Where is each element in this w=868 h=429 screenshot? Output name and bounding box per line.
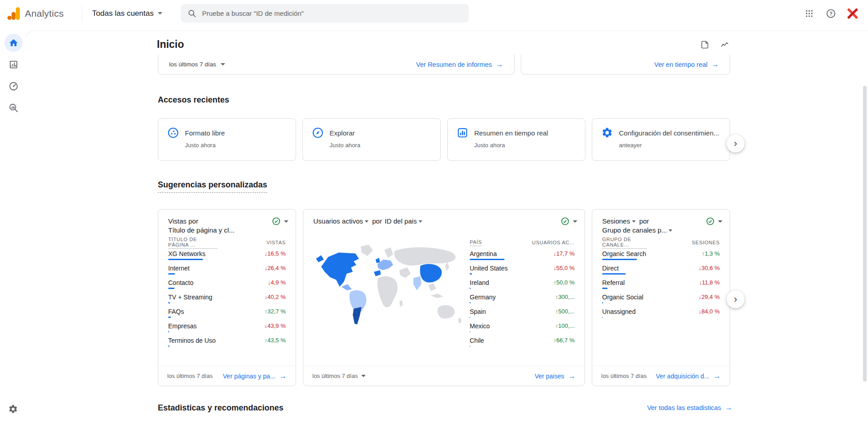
recent-card-label: Explorar: [330, 129, 355, 137]
search-input[interactable]: [202, 9, 462, 17]
metric-selector[interactable]: Sesiones: [602, 217, 630, 225]
card-status-menu[interactable]: [272, 217, 288, 226]
vertical-scrollbar[interactable]: [863, 86, 867, 382]
row-delta: ↓17,7 %: [541, 250, 575, 257]
chevron-down-icon: [365, 220, 368, 223]
card-title[interactable]: Vistas por Título de página y cl...: [168, 217, 235, 235]
table-row: Chile↑66,7 %: [470, 335, 575, 350]
row-label: Mexico: [470, 322, 514, 330]
card-title[interactable]: Usuarios activos por ID del pais: [313, 217, 423, 226]
row-delta: ↑100,...: [541, 322, 575, 329]
sidebar-item-reports[interactable]: [5, 56, 23, 74]
check-circle-icon: [706, 217, 715, 226]
dimension-selector[interactable]: ID del pais: [385, 217, 417, 225]
sidebar-item-explore[interactable]: [5, 77, 23, 95]
map-ireland-uk: [376, 258, 380, 263]
card-status-menu[interactable]: [561, 217, 577, 226]
table-body: Organic Search↑1,3 %Direct↓30,6 %Referra…: [602, 248, 720, 321]
freeform-icon: [167, 127, 179, 139]
card-title[interactable]: Sesiones por Grupo de canales p...: [602, 217, 673, 235]
row-label: XG Networks: [168, 250, 225, 257]
topbar-actions: ?: [800, 0, 862, 27]
sidebar: [0, 27, 27, 429]
row-label: Spain: [470, 308, 514, 315]
map-australia: [438, 305, 455, 319]
row-label: Chile: [470, 337, 514, 344]
chevron-down-icon: [158, 12, 162, 14]
table-row: Argentina↓17,7 %: [470, 248, 575, 263]
overview-card-bottom: los últimos 7 días Ver Resumen de inform…: [158, 55, 514, 75]
page-header-actions: [697, 37, 733, 53]
world-map: [313, 241, 462, 333]
reports-snapshot-link[interactable]: Ver Resumen de informes →: [416, 61, 503, 68]
arrow-right-icon: →: [496, 61, 503, 68]
arrow-right-icon: →: [713, 373, 721, 380]
recent-card[interactable]: Resumen en tiempo realJusto ahora: [447, 118, 585, 161]
row-label: Referral: [602, 279, 659, 286]
recent-card[interactable]: ExplorarJusto ahora: [302, 118, 441, 161]
google-analytics-logo[interactable]: [7, 6, 21, 21]
table-row: United States↓55,0 %: [470, 263, 575, 277]
view-pages-link[interactable]: Ver páginas y pa... →: [223, 373, 287, 380]
row-bar: [470, 259, 505, 260]
card-title-join: por: [372, 217, 382, 225]
view-all-insights-link[interactable]: Ver todas las estadisticas →: [647, 404, 732, 411]
view-countries-link[interactable]: Ver paises →: [535, 373, 576, 380]
realtime-link[interactable]: Ver en tiempo real →: [654, 61, 719, 68]
recent-card-time: Justo ahora: [185, 142, 288, 149]
recent-card[interactable]: Formato libreJusto ahora: [158, 118, 296, 161]
dimension-selector[interactable]: Grupo de canales p...: [602, 226, 667, 234]
account-switcher[interactable]: Todas las cuentas: [82, 6, 162, 21]
table-row: Spain↑500,...: [470, 306, 575, 321]
map-russia: [394, 247, 456, 266]
card-footer: los últimos 7 días Ver adquisición d... …: [592, 366, 730, 386]
row-label: United States: [470, 265, 514, 272]
card-date-range-selector[interactable]: los últimos 7 días: [312, 373, 366, 379]
row-label: Internet: [168, 265, 225, 272]
chevron-down-icon: [221, 63, 225, 65]
table-body: Argentina↓17,7 %United States↓55,0 %Irel…: [470, 248, 575, 350]
card-status-menu[interactable]: [706, 217, 722, 226]
card-title-line1: Vistas por: [168, 217, 198, 225]
row-delta: ↑66,7 %: [541, 337, 575, 344]
row-delta: ↓30,6 %: [686, 265, 720, 271]
view-acquisition-link[interactable]: Ver adquisición d... →: [656, 373, 721, 380]
recent-card[interactable]: Configuración del consentimien...anteaye…: [592, 118, 730, 161]
row-label: Terminos de Uso: [168, 337, 225, 344]
table-header: PAÍS USUARIOS AC...: [470, 237, 575, 248]
account-avatar-x-logo[interactable]: [844, 5, 862, 23]
card-views-by-page-title: Vistas por Título de página y cl... TÍTU…: [158, 209, 296, 386]
insights-sparkline-icon[interactable]: [717, 37, 733, 53]
sidebar-item-home[interactable]: [5, 34, 23, 52]
table-header: GRUPO DE CANALE... SESIONES: [602, 237, 720, 248]
row-delta: ↓26,4 %: [252, 265, 286, 271]
row-delta: ↓16,5 %: [252, 250, 286, 257]
map-india: [413, 276, 421, 290]
google-apps-grid-icon[interactable]: [800, 5, 818, 23]
search-bar[interactable]: [181, 4, 469, 23]
suggestions-section-title: Sugerencias personalizadas: [158, 180, 267, 193]
recent-cards-row: Formato libreJusto ahoraExplorarJusto ah…: [158, 118, 730, 161]
row-bar: [470, 345, 470, 347]
sidebar-item-advertising[interactable]: [5, 99, 23, 117]
help-icon[interactable]: ?: [822, 5, 840, 23]
row-bar: [168, 331, 169, 332]
table-row: Organic Search↑1,3 %: [602, 248, 720, 263]
view-all-insights-link-label: Ver todas las estadisticas: [647, 404, 721, 411]
sidebar-item-admin[interactable]: [4, 400, 22, 418]
table-row: Referral↓11,8 %: [602, 277, 720, 292]
table-row: Ireland↑50,0 %: [470, 277, 575, 292]
stat-table: PAÍS USUARIOS AC... Argentina↓17,7 %Unit…: [470, 237, 575, 350]
row-bar: [602, 259, 637, 260]
column-header-dimension: GRUPO DE CANALE...: [602, 237, 647, 249]
row-bar: [470, 302, 471, 303]
date-range-selector[interactable]: los últimos 7 días: [169, 61, 225, 68]
report-note-icon[interactable]: [697, 37, 713, 53]
card-footer: los últimos 7 días Ver paises →: [303, 366, 585, 386]
row-label: Germany: [470, 294, 514, 301]
map-spain: [374, 270, 381, 276]
scroll-right-button[interactable]: ›: [726, 135, 745, 153]
row-delta: ↓55,0 %: [541, 265, 575, 271]
scroll-right-button[interactable]: ›: [726, 290, 745, 308]
metric-selector[interactable]: Usuarios activos: [313, 217, 363, 225]
